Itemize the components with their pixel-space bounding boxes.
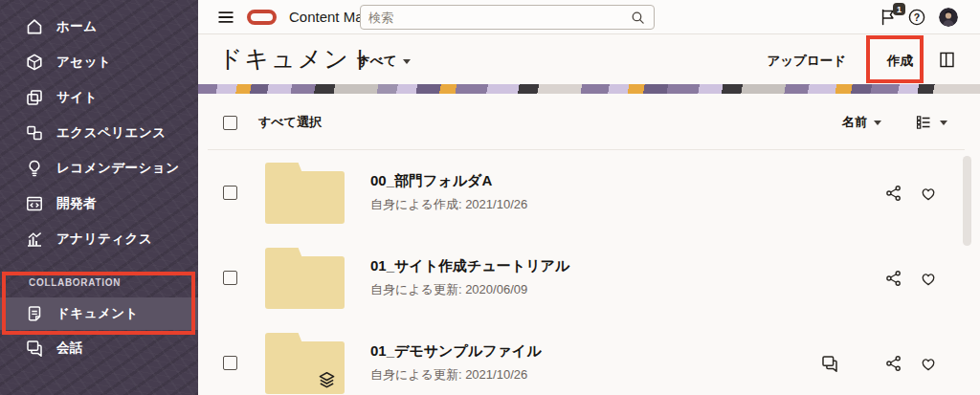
upload-button[interactable]: アップロード	[767, 53, 846, 70]
share-icon[interactable]	[884, 269, 903, 288]
row-actions	[805, 354, 980, 373]
sort-dropdown[interactable]: 名前	[842, 114, 881, 131]
select-all-checkbox[interactable]	[223, 116, 237, 130]
filter-dropdown-label: すべて	[357, 53, 396, 70]
sidebar-section-label: COLLABORATION	[0, 277, 198, 288]
sidebar-item-chat[interactable]: 会話	[0, 330, 198, 365]
sites-icon	[25, 88, 44, 107]
chevron-down-icon	[940, 121, 947, 125]
hamburger-menu-icon[interactable]	[216, 8, 235, 27]
folder-icon[interactable]	[265, 163, 345, 224]
row-checkbox[interactable]	[223, 356, 237, 370]
document-icon	[25, 304, 44, 323]
lightbulb-icon	[25, 159, 44, 178]
folder-icon[interactable]	[265, 333, 345, 394]
filter-dropdown[interactable]: すべて	[357, 53, 411, 70]
notifications-flag-icon[interactable]: 1	[879, 8, 898, 27]
row-actions	[869, 269, 980, 288]
sidebar-item-label: アセット	[56, 54, 111, 71]
file-meta: 自身による更新: 2021/10/26	[370, 366, 805, 384]
sidebar-item-developer[interactable]: 開発者	[0, 186, 198, 221]
heart-icon[interactable]	[919, 354, 938, 373]
share-icon[interactable]	[884, 184, 903, 203]
sidebar-item-label: アナリティクス	[56, 230, 152, 248]
svg-text:?: ?	[914, 11, 920, 23]
sidebar-item-label: エクスペリエンス	[56, 124, 167, 142]
sidebar-item-label: 開発者	[56, 195, 97, 212]
notification-badge: 1	[893, 3, 905, 15]
experience-icon	[25, 123, 44, 143]
page-title: ドキュメント	[218, 43, 377, 75]
sidebar-item-label: サイト	[56, 89, 98, 106]
chat-icon	[25, 339, 44, 358]
sidebar-item-lightbulb[interactable]: レコメンデーション	[0, 150, 198, 186]
page-header: ドキュメント すべて アップロード 作成	[198, 34, 980, 84]
help-icon[interactable]: ?	[907, 8, 926, 27]
cube-icon	[25, 53, 44, 72]
heart-icon[interactable]	[919, 269, 938, 288]
create-button[interactable]: 作成	[887, 53, 913, 70]
sidebar-item-home[interactable]: ホーム	[0, 9, 198, 44]
row-checkbox[interactable]	[223, 186, 237, 200]
folder-icon[interactable]	[265, 248, 345, 309]
sidebar-item-document[interactable]: ドキュメント	[0, 297, 198, 330]
sidebar-item-label: 会話	[56, 340, 83, 357]
file-row[interactable]: 01_サイト作成チュートリアル自身による更新: 2020/06/09	[198, 235, 980, 320]
select-all-label: すべて選択	[258, 114, 322, 131]
file-meta: 自身による作成: 2021/10/26	[370, 196, 869, 213]
share-icon[interactable]	[884, 354, 903, 373]
chevron-down-icon	[874, 121, 881, 125]
file-name[interactable]: 01_デモサンプルファイル	[370, 342, 805, 361]
home-icon	[25, 17, 44, 36]
developer-icon	[25, 194, 44, 213]
sidebar-nav-main: ホームアセットサイトエクスペリエンスレコメンデーション開発者アナリティクス	[0, 0, 198, 256]
decorative-banner	[198, 84, 980, 94]
chevron-down-icon	[403, 59, 411, 64]
sidebar-item-experience[interactable]: エクスペリエンス	[0, 115, 198, 150]
row-checkbox[interactable]	[223, 271, 237, 285]
folder-body	[265, 256, 345, 309]
search-input[interactable]	[361, 6, 630, 29]
user-avatar[interactable]	[939, 8, 958, 27]
file-row[interactable]: 00_部門フォルダA自身による作成: 2021/10/26	[198, 150, 980, 235]
sidebar-nav-collaboration: ドキュメント会話	[0, 297, 198, 365]
sidebar-item-label: レコメンデーション	[56, 160, 180, 177]
oracle-logo	[247, 10, 277, 25]
sidebar: ホームアセットサイトエクスペリエンスレコメンデーション開発者アナリティクス CO…	[0, 0, 198, 395]
list-view-icon	[915, 114, 932, 131]
sidebar-item-label: ドキュメント	[56, 305, 139, 322]
layers-badge-icon	[316, 369, 338, 391]
side-panel-icon[interactable]	[938, 50, 956, 70]
list-toolbar: すべて選択 名前	[198, 94, 980, 149]
file-text: 01_サイト作成チュートリアル自身による更新: 2020/06/09	[370, 257, 869, 298]
sidebar-item-cube[interactable]: アセット	[0, 44, 198, 79]
analytics-icon	[25, 230, 44, 249]
scrollbar-thumb[interactable]	[963, 156, 971, 246]
folder-body	[265, 171, 345, 224]
search-box	[360, 5, 655, 30]
documents-list: すべて選択 名前 00_部門フォルダA自身による作成: 2021/10/2601…	[198, 94, 980, 395]
file-row[interactable]: 01_デモサンプルファイル自身による更新: 2021/10/26	[198, 320, 980, 395]
file-text: 01_デモサンプルファイル自身による更新: 2021/10/26	[370, 342, 805, 384]
conversation-icon[interactable]	[820, 354, 839, 373]
view-options-dropdown[interactable]	[915, 114, 947, 131]
topbar-actions: 1 ?	[856, 0, 980, 34]
heart-icon[interactable]	[919, 184, 938, 203]
sidebar-item-label: ホーム	[56, 18, 98, 35]
file-name[interactable]: 01_サイト作成チュートリアル	[370, 257, 869, 275]
file-name[interactable]: 00_部門フォルダA	[370, 172, 869, 190]
file-meta: 自身による更新: 2020/06/09	[370, 281, 869, 298]
file-text: 00_部門フォルダA自身による作成: 2021/10/26	[370, 172, 869, 213]
file-rows-container: 00_部門フォルダA自身による作成: 2021/10/2601_サイト作成チュー…	[198, 150, 980, 395]
sort-dropdown-label: 名前	[842, 114, 867, 131]
sidebar-item-analytics[interactable]: アナリティクス	[0, 221, 198, 256]
search-icon[interactable]	[630, 10, 646, 26]
sidebar-item-sites[interactable]: サイト	[0, 79, 198, 115]
